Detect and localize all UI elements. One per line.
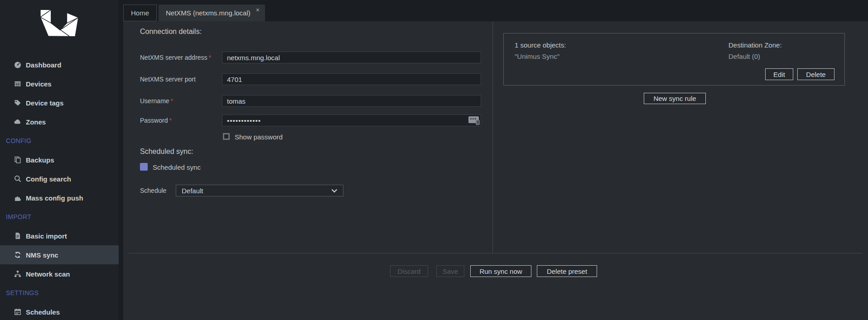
vertical-divider [492,21,493,253]
password-manager-badge: 3 [476,120,480,125]
username-label: Username* [140,95,173,107]
required-mark: * [171,97,173,105]
tab-netxms[interactable]: NetXMS (netxms.mng.local) × [159,5,265,21]
new-sync-rule-button[interactable]: New sync rule [644,93,706,104]
sidebar-section-import: IMPORT [0,207,119,226]
document-icon [14,232,22,240]
scheduled-sync-label: Scheduled sync [153,163,201,171]
label-text: Schedule [140,187,166,194]
sidebar-section-settings: SETTINGS [0,283,119,302]
schedule-select[interactable]: Default [176,185,343,196]
required-mark: * [209,54,211,61]
calendar-icon [14,308,22,316]
schedule-selected-value: Default [182,187,331,195]
password-manager-icon[interactable]: 3 [468,116,479,123]
puzzle-icon [14,194,22,202]
horizontal-divider [129,253,863,253]
tab-bar: Home NetXMS (netxms.mng.local) × [123,5,265,21]
unimus-app-window: Dashboard Devices Device tags Zones CONF… [0,0,868,320]
discard-button[interactable]: Discard [390,265,428,277]
close-icon[interactable]: × [256,6,260,14]
tab-label: Home [131,9,149,17]
sidebar-item-network-scan[interactable]: Network scan [0,264,119,283]
source-objects-value: "Unimus Sync" [515,53,559,60]
sidebar-item-label: Dashboard [26,61,61,69]
tab-label: NetXMS (netxms.mng.local) [166,9,251,17]
sidebar-item-label: Basic import [26,232,67,240]
sidebar-item-label: Backups [26,156,54,164]
username-input[interactable] [222,95,481,107]
password-label: Password* [140,115,172,126]
delete-rule-button[interactable]: Delete [797,68,834,80]
sidebar-item-label: Network scan [26,270,70,278]
table-icon [14,80,22,88]
sync-icon [14,251,22,259]
sidebar-item-nms-sync[interactable]: NMS sync [0,245,119,264]
sidebar: Dashboard Devices Device tags Zones CONF… [0,0,119,320]
sidebar-item-label: Schedules [26,308,60,316]
show-password-checkbox[interactable] [223,133,230,140]
password-dots-glyph [470,118,472,119]
content-panel: Connection details: NetXMS server addres… [123,21,868,320]
run-sync-now-button[interactable]: Run sync now [470,265,531,277]
required-mark: * [169,117,171,124]
sidebar-item-label: Devices [26,80,52,88]
delete-preset-button[interactable]: Delete preset [537,265,597,277]
destination-zone-value: Default (0) [728,53,760,60]
source-objects-title: 1 source objects: [515,41,566,49]
server-port-input[interactable] [222,73,481,85]
sidebar-item-label: Config search [26,175,71,183]
password-input[interactable] [222,115,481,126]
sidebar-item-basic-import[interactable]: Basic import [0,226,119,245]
unimus-logo [0,0,119,55]
dashboard-icon [14,61,22,69]
search-icon [14,175,22,183]
show-password-label: Show password [235,133,283,141]
sidebar-item-devices[interactable]: Devices [0,74,119,93]
connection-details-title: Connection details: [140,28,202,36]
schedule-label: Schedule [140,185,166,196]
edit-rule-button[interactable]: Edit [765,68,793,80]
server-address-label: NetXMS server address* [140,52,211,63]
cloud-icon [14,118,22,126]
scheduled-sync-title: Scheduled sync: [140,148,193,156]
password-field-wrap: 3 [222,115,481,126]
tag-icon [14,99,22,107]
sidebar-item-label: Mass config push [26,194,83,202]
tab-home[interactable]: Home [123,5,157,21]
label-text: Username [140,97,169,105]
sidebar-item-device-tags[interactable]: Device tags [0,93,119,112]
chevron-down-icon [331,189,338,193]
sidebar-item-backups[interactable]: Backups [0,150,119,169]
server-port-label: NetXMS server port [140,73,196,85]
destination-zone-title: Destination Zone: [728,41,782,49]
label-text: NetXMS server port [140,76,196,83]
sidebar-item-schedules[interactable]: Schedules [0,302,119,320]
sidebar-item-label: Zones [26,118,46,126]
sidebar-item-label: NMS sync [26,251,58,259]
network-hierarchy-icon [14,270,22,278]
server-address-input[interactable] [222,52,481,63]
scheduled-sync-checkbox[interactable] [140,163,148,171]
copy-icon [14,156,22,164]
label-text: Password [140,117,168,124]
sync-rule-card: 1 source objects: "Unimus Sync" Destinat… [503,33,845,86]
sidebar-item-config-search[interactable]: Config search [0,169,119,188]
sidebar-item-label: Device tags [26,99,63,107]
save-button[interactable]: Save [436,265,464,277]
label-text: NetXMS server address [140,54,207,61]
sidebar-item-mass-config-push[interactable]: Mass config push [0,188,119,207]
sidebar-section-config: CONFIG [0,131,119,150]
sidebar-item-dashboard[interactable]: Dashboard [0,55,119,74]
sidebar-item-zones[interactable]: Zones [0,112,119,131]
